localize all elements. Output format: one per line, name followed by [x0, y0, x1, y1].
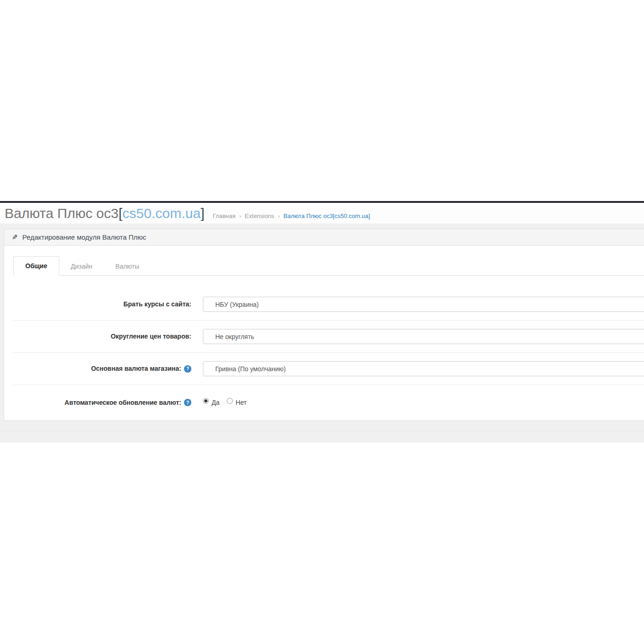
field-input-col: НБУ (Украина)	[203, 297, 644, 312]
panel-heading-title: Редактирование модуля Валюта Плюс	[23, 233, 146, 241]
help-icon[interactable]: ?	[184, 365, 191, 373]
field-label: Основная валюта магазина: ?	[13, 364, 191, 373]
field-input-col: Не округлять	[203, 329, 644, 344]
breadcrumb-separator-icon: ›	[239, 213, 241, 219]
content-area: ✎ Редактирование модуля Валюта Плюс Общи…	[0, 224, 644, 443]
radio-no[interactable]	[227, 398, 233, 404]
footer-divider	[0, 431, 644, 431]
tab-design[interactable]: Дизайн	[59, 257, 104, 276]
radio-no-label[interactable]: Нет	[236, 399, 247, 406]
breadcrumb-separator-icon: ›	[278, 213, 280, 219]
field-label: Брать курсы с сайта:	[13, 300, 191, 308]
help-icon[interactable]: ?	[184, 399, 191, 406]
tab-general[interactable]: Общие	[13, 256, 59, 276]
form-row-auto-update: Автоматическое обновление валют: ? Да Не…	[13, 385, 644, 420]
breadcrumb: Главная › Extensions › Валюта Плюс ос3[c…	[213, 213, 370, 219]
breadcrumb-home[interactable]: Главная	[213, 213, 236, 219]
tab-bar: Общие Дизайн Валюты	[13, 255, 644, 276]
form-row-main-currency: Основная валюта магазина: ? Гривна (По у…	[13, 353, 644, 385]
title-bracket-close: ]	[201, 206, 204, 221]
form-row-price-rounding: Округление цен товаров: Не округлять	[13, 321, 644, 353]
price-rounding-select[interactable]: Не округлять	[203, 329, 644, 344]
form-row-rates-source: Брать курсы с сайта: НБУ (Украина)	[13, 288, 644, 321]
settings-form: Брать курсы с сайта: НБУ (Украина) Округ…	[13, 276, 644, 420]
field-label-text: Округление цен товаров:	[111, 332, 191, 340]
pencil-icon: ✎	[12, 233, 18, 242]
title-bracket-open: [	[119, 206, 122, 221]
panel-body: Общие Дизайн Валюты Брать курсы с сайта:…	[4, 246, 644, 420]
radio-yes[interactable]	[203, 398, 209, 404]
field-label-text: Автоматическое обновление валют:	[64, 398, 181, 407]
field-label: Автоматическое обновление валют: ?	[13, 398, 191, 407]
tab-currencies[interactable]: Валюты	[104, 257, 151, 276]
page-header: Валюта Плюс ос3[cs50.com.ua] Главная › E…	[0, 203, 644, 224]
field-input-col: Гривна (По умолчанию)	[203, 361, 644, 376]
field-label-text: Основная валюта магазина:	[91, 364, 181, 373]
field-label: Округление цен товаров:	[13, 332, 191, 340]
rates-source-select[interactable]: НБУ (Украина)	[203, 297, 644, 312]
breadcrumb-extensions[interactable]: Extensions	[245, 213, 274, 219]
radio-yes-label[interactable]: Да	[212, 399, 219, 406]
main-currency-select[interactable]: Гривна (По умолчанию)	[203, 361, 644, 376]
breadcrumb-current[interactable]: Валюта Плюс ос3[cs50.com.ua]	[283, 213, 370, 219]
panel-heading: ✎ Редактирование модуля Валюта Плюс	[4, 229, 644, 246]
field-label-text: Брать курсы с сайта:	[123, 300, 191, 308]
page-title-text: Валюта Плюс ос3	[5, 206, 119, 221]
page-title: Валюта Плюс ос3[cs50.com.ua]	[5, 203, 205, 224]
module-edit-panel: ✎ Редактирование модуля Валюта Плюс Общи…	[4, 229, 644, 421]
auto-update-radio-group: Да Нет	[203, 399, 644, 406]
title-site-link[interactable]: cs50.com.ua	[122, 206, 201, 221]
field-input-col: Да Нет	[203, 399, 644, 406]
